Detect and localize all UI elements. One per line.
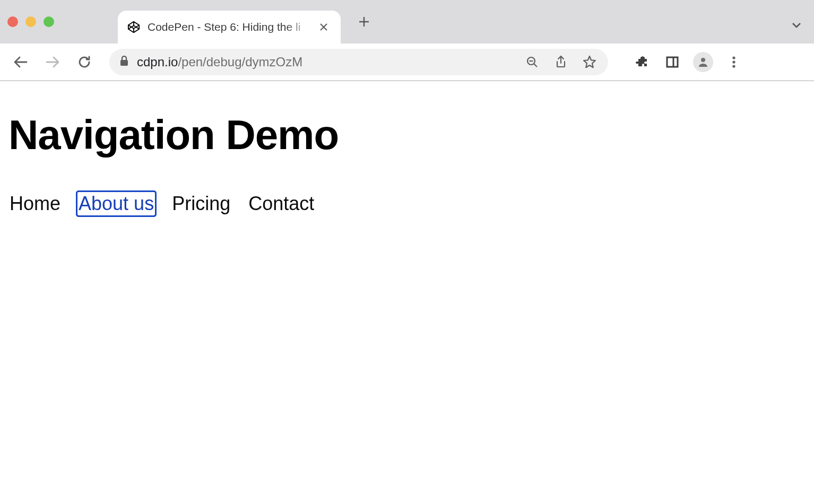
tab-title: CodePen - Step 6: Hiding the li [148, 21, 311, 33]
nav-item-about-us[interactable]: About us [77, 192, 155, 215]
svg-rect-14 [667, 57, 678, 67]
browser-toolbar: cdpn.io/pen/debug/dymzOzM [0, 44, 814, 81]
page-heading: Navigation Demo [8, 111, 806, 159]
reload-button[interactable] [73, 51, 96, 73]
bookmark-star-icon[interactable] [581, 53, 599, 71]
side-panel-icon[interactable] [663, 53, 681, 71]
tab-list-chevron-icon[interactable] [791, 19, 802, 33]
share-icon[interactable] [552, 53, 570, 71]
new-tab-button[interactable] [353, 11, 375, 32]
nav-item-contact[interactable]: Contact [247, 192, 315, 215]
profile-avatar[interactable] [693, 52, 713, 72]
kebab-menu-icon[interactable] [725, 53, 743, 71]
forward-button[interactable] [41, 51, 64, 73]
maximize-window-button[interactable] [44, 16, 54, 27]
svg-marker-13 [584, 56, 595, 67]
extensions-icon[interactable] [634, 53, 652, 71]
browser-tab-active[interactable]: CodePen - Step 6: Hiding the li [118, 11, 341, 44]
codepen-favicon-icon [126, 20, 141, 34]
window-controls [7, 16, 54, 27]
browser-chrome: CodePen - Step 6: Hiding the li cd [0, 0, 814, 81]
toolbar-right [634, 52, 743, 72]
nav-demo: Home About us Pricing Contact [8, 192, 806, 215]
page-content: Navigation Demo Home About us Pricing Co… [0, 81, 814, 215]
address-bar[interactable]: cdpn.io/pen/debug/dymzOzM [109, 49, 608, 75]
close-window-button[interactable] [7, 16, 18, 27]
zoom-out-icon[interactable] [523, 53, 541, 71]
svg-line-11 [534, 64, 537, 67]
svg-point-16 [701, 58, 705, 62]
svg-point-19 [732, 65, 735, 67]
close-tab-icon[interactable] [317, 21, 330, 33]
minimize-window-button[interactable] [25, 16, 36, 27]
svg-point-18 [732, 60, 735, 63]
url-domain: cdpn.io [137, 55, 178, 69]
svg-point-17 [732, 56, 735, 59]
url-text: cdpn.io/pen/debug/dymzOzM [137, 55, 516, 69]
nav-item-pricing[interactable]: Pricing [171, 192, 231, 215]
back-button[interactable] [10, 51, 32, 73]
svg-rect-9 [120, 60, 128, 66]
nav-item-home[interactable]: Home [8, 192, 62, 215]
url-path: /pen/debug/dymzOzM [178, 55, 302, 69]
lock-icon [119, 55, 129, 69]
tab-strip: CodePen - Step 6: Hiding the li [0, 0, 814, 44]
